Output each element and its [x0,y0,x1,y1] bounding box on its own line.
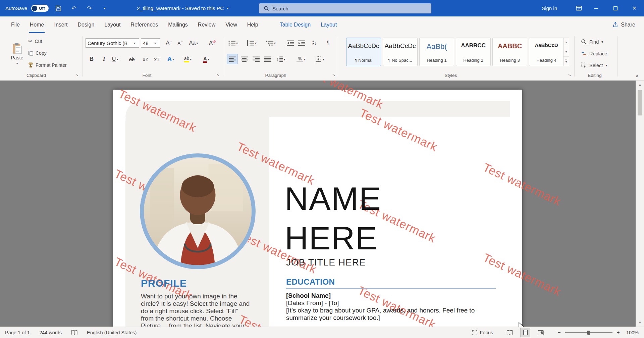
vertical-scrollbar[interactable]: ▲ ▼ [636,81,644,327]
underline-button[interactable]: U ▾ [110,54,120,64]
styles-dialog-launcher[interactable]: ↘ [567,72,572,78]
font-size-input[interactable] [143,40,153,46]
sort-button[interactable]: AZ ↓ [309,38,319,48]
resume-job-title[interactable]: JOB TITLE HERE [286,257,366,268]
share-button[interactable]: Share [612,16,635,33]
search-box[interactable] [259,3,431,13]
education-school[interactable]: [School Name] [286,292,331,299]
zoom-level[interactable]: 100% [624,330,639,335]
focus-button[interactable]: Focus [472,330,493,335]
borders-button[interactable]: ▾ [315,54,325,64]
subscript-button[interactable]: x2 [140,54,150,64]
italic-button[interactable]: I [99,54,109,64]
multilevel-list-button[interactable]: ▾ [266,38,276,48]
quick-access-customize-button[interactable]: ▾ [99,0,110,16]
search-input[interactable] [272,6,400,11]
zoom-out-button[interactable]: − [557,330,561,336]
tab-insert[interactable]: Insert [49,16,72,33]
web-layout-button[interactable] [536,328,545,337]
format-painter-button[interactable]: Format Painter [28,62,67,68]
tab-help[interactable]: Help [242,16,263,33]
paste-button[interactable]: Paste ▾ [7,37,27,71]
education-dates[interactable]: [Dates From] - [To] [286,299,339,307]
tab-table-design[interactable]: Table Design [275,16,316,33]
tab-review[interactable]: Review [193,16,220,33]
profile-paragraph[interactable]: Want to put your own image in the circle… [141,293,252,327]
cut-button[interactable]: ✂ Cut [28,38,42,44]
style-normal[interactable]: AaBbCcDc ¶ Normal [346,38,381,66]
align-left-button[interactable] [227,54,237,64]
proofing-status[interactable] [71,330,77,335]
ribbon-display-options-button[interactable] [571,0,587,16]
tab-file[interactable]: File [6,16,25,33]
profile-photo[interactable] [140,153,256,269]
zoom-slider-thumb[interactable] [587,331,590,335]
copy-button[interactable]: Copy [28,50,47,56]
tab-references[interactable]: References [125,16,163,33]
styles-gallery-more-button[interactable]: ▾ [564,57,569,66]
bullets-button[interactable]: ▾ [228,38,238,48]
font-family-combobox[interactable]: ▾ [86,38,139,48]
find-button[interactable]: Find ▾ [581,39,603,45]
font-color-button[interactable]: A ▾ [201,54,211,64]
scrollbar-thumb[interactable] [638,90,642,115]
clear-formatting-button[interactable]: A [207,38,217,48]
line-spacing-button[interactable]: ↕ ▾ [276,54,286,64]
tab-view[interactable]: View [220,16,242,33]
tab-layout[interactable]: Layout [99,16,125,33]
profile-heading[interactable]: PROFILE [141,278,187,289]
show-formatting-marks-button[interactable]: ¶ [323,38,333,48]
read-mode-button[interactable] [505,328,515,337]
grow-font-button[interactable]: Aˆ [164,38,174,48]
redo-button[interactable]: ↷ [84,0,95,16]
style-no-spacing[interactable]: AaBbCcDc ¶ No Spac... [383,38,418,66]
tab-layout-contextual[interactable]: Layout [316,16,342,33]
language-status[interactable]: English (United States) [87,330,137,335]
replace-button[interactable]: Replace [581,51,607,56]
justify-button[interactable] [263,54,273,64]
save-button[interactable] [53,0,64,16]
superscript-button[interactable]: x2 [152,54,162,64]
sign-in-button[interactable]: Sign in [542,5,557,11]
word-count-status[interactable]: 244 words [39,330,62,335]
tab-home[interactable]: Home [25,16,49,33]
document-page[interactable]: Test watermark Test watermark Test water… [113,90,522,327]
maximize-button[interactable] [606,0,625,16]
highlight-button[interactable]: ab ▾ [183,54,193,64]
decrease-indent-button[interactable] [285,38,295,48]
style-heading-2[interactable]: AABBCC Heading 2 [456,38,491,66]
education-note[interactable]: [It’s okay to brag about your GPA, award… [286,307,487,322]
style-heading-1[interactable]: AaBb( Heading 1 [419,38,454,66]
scroll-down-button[interactable]: ▼ [636,319,644,327]
align-center-button[interactable] [239,54,249,64]
change-case-button[interactable]: Aa ▾ [189,38,199,48]
print-layout-button[interactable] [521,328,530,337]
tab-mailings[interactable]: Mailings [163,16,193,33]
close-button[interactable]: ✕ [625,0,644,16]
strikethrough-button[interactable]: ab [127,54,137,64]
zoom-slider[interactable] [565,332,612,333]
minimize-button[interactable]: ─ [587,0,606,16]
style-heading-3[interactable]: AABBC Heading 3 [492,38,527,66]
scroll-up-button[interactable]: ▲ [636,81,644,89]
collapse-ribbon-button[interactable]: ∧ [635,73,639,78]
autosave-toggle[interactable]: Off [31,5,49,12]
tab-design[interactable]: Design [72,16,99,33]
shrink-font-button[interactable]: Aˇ [175,38,185,48]
font-family-input[interactable] [88,40,132,46]
font-size-combobox[interactable]: ▾ [141,38,160,48]
document-title[interactable]: 2_tiling_watermark - Saved to this PC ▾ [137,0,228,16]
resume-name[interactable]: NAME HERE [285,179,381,258]
numbering-button[interactable]: ▾ [247,38,257,48]
undo-button[interactable]: ↶ [68,0,79,16]
bold-button[interactable]: B [87,54,97,64]
education-heading[interactable]: EDUCATION [286,277,335,287]
font-dialog-launcher[interactable]: ↘ [215,72,221,78]
styles-scroll-up-button[interactable]: ▲ [564,38,569,47]
increase-indent-button[interactable] [297,38,307,48]
shading-button[interactable]: ▾ [296,54,306,64]
zoom-in-button[interactable]: + [616,330,621,336]
styles-scroll-down-button[interactable]: ▼ [564,47,569,57]
paragraph-dialog-launcher[interactable]: ↘ [331,72,336,78]
align-right-button[interactable] [251,54,261,64]
